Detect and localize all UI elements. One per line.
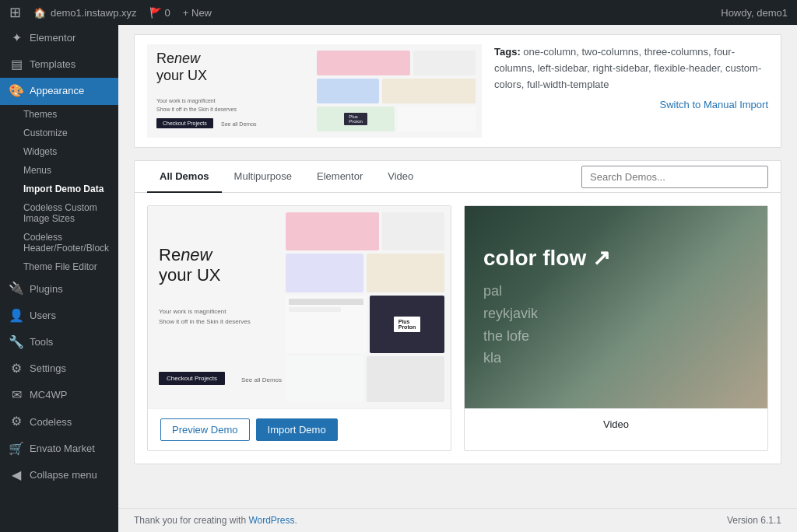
submenu-customize[interactable]: Customize: [0, 124, 118, 142]
wordpress-link[interactable]: WordPress: [248, 515, 294, 526]
home-icon: 🏠: [33, 7, 46, 19]
sidebar-item-appearance[interactable]: 🎨 Appearance: [0, 78, 118, 104]
plugins-icon: 🔌: [9, 282, 23, 296]
color-flow-title: color flow ↗: [483, 245, 749, 271]
collage-see-all: See all Demos: [241, 376, 282, 383]
tab-video[interactable]: Video: [375, 161, 426, 193]
wp-footer: Thank you for creating with WordPress. V…: [118, 508, 797, 532]
sidebar-item-tools[interactable]: 🔧 Tools: [0, 329, 118, 355]
demo-grid: Renew your UX Your work is magnificentSh…: [134, 192, 781, 464]
templates-icon: ▤: [9, 58, 23, 72]
envato-icon: 🛒: [9, 442, 23, 456]
tools-icon: 🔧: [9, 335, 23, 349]
submenu-menus[interactable]: Menus: [0, 161, 118, 180]
elementor-icon: ✦: [9, 31, 23, 45]
submenu-theme-file-editor[interactable]: Theme File Editor: [0, 257, 118, 276]
sidebar-item-settings[interactable]: ⚙ Settings: [0, 355, 118, 382]
submenu-codeless-header-footer-block[interactable]: Codeless Header/Footer/Block: [0, 228, 118, 257]
color-flow-list: pal reykjavik the lofe kla: [483, 280, 749, 369]
sidebar-item-plugins[interactable]: 🔌 Plugins: [0, 276, 118, 303]
sidebar-item-collapse-menu[interactable]: ◀ Collapse menu: [0, 462, 118, 488]
flag-item[interactable]: 🚩 0: [149, 7, 170, 19]
submenu-import-demo-data[interactable]: Import Demo Data: [0, 180, 118, 198]
sidebar-item-codeless[interactable]: ⚙ Codeless: [0, 409, 118, 436]
site-name[interactable]: 🏠 demo1.instawp.xyz: [33, 7, 137, 19]
demo-card-1-actions: Preview Demo Import Demo: [148, 408, 451, 450]
submenu-themes[interactable]: Themes: [0, 105, 118, 124]
demo-card-2-actions: Video: [465, 408, 767, 439]
flag-icon: 🚩: [149, 7, 162, 19]
demo-card-1: Renew your UX Your work is magnificentSh…: [147, 205, 451, 451]
sidebar-item-templates[interactable]: ▤ Templates: [0, 51, 118, 78]
appearance-icon: 🎨: [9, 84, 23, 98]
demo-card-2-preview: color flow ↗ pal reykjavik the lofe kla: [465, 206, 767, 408]
sidebar-item-elementor[interactable]: ✦ Elementor: [0, 25, 118, 51]
tab-multipurpose[interactable]: Multipurpose: [222, 161, 304, 193]
admin-bar: ⊞ 🏠 demo1.instawp.xyz 🚩 0 + New Howdy, d…: [0, 0, 797, 25]
collapse-icon: ◀: [9, 468, 23, 482]
search-demos-input[interactable]: [581, 166, 768, 188]
wp-logo-icon[interactable]: ⊞: [9, 4, 21, 21]
top-section: Renew your UX Your work is magnificentSh…: [134, 34, 781, 148]
sidebar-item-envato-market[interactable]: 🛒 Envato Market: [0, 436, 118, 462]
admin-menu: ✦ Elementor ▤ Templates 🎨 Appearance The…: [0, 25, 118, 532]
sidebar-item-mc4wp[interactable]: ✉ MC4WP: [0, 382, 118, 408]
codeless-icon: ⚙: [9, 415, 23, 429]
collage-btn: Checkout Projects: [159, 372, 225, 385]
sidebar-item-users[interactable]: 👤 Users: [0, 303, 118, 329]
mc4wp-icon: ✉: [9, 388, 23, 402]
submenu-widgets[interactable]: Widgets: [0, 142, 118, 161]
top-tags-info: Tags: one-column, two-columns, three-col…: [494, 44, 768, 110]
switch-to-manual-import-link[interactable]: Switch to Manual Import: [494, 99, 768, 110]
footer-text: Thank you for creating with WordPress.: [134, 515, 297, 526]
users-icon: 👤: [9, 309, 23, 323]
new-item[interactable]: + New: [183, 7, 212, 19]
tab-elementor[interactable]: Elementor: [304, 161, 375, 193]
demo-tabs-bar: All Demos Multipurpose Elementor Video: [134, 160, 781, 192]
tab-all-demos[interactable]: All Demos: [147, 161, 222, 193]
submenu-codeless-custom-image-sizes[interactable]: Codeless Custom Image Sizes: [0, 198, 118, 228]
main-content: Renew your UX Your work is magnificentSh…: [118, 25, 797, 532]
tags-line: Tags: one-column, two-columns, three-col…: [494, 44, 768, 93]
demo-card-1-preview: Renew your UX Your work is magnificentSh…: [148, 206, 451, 408]
import-demo-button-1[interactable]: Import Demo: [256, 418, 338, 441]
settings-icon: ⚙: [9, 362, 23, 376]
howdy-label: Howdy, demo1: [721, 7, 788, 19]
preview-demo-button-1[interactable]: Preview Demo: [160, 418, 250, 441]
demo-card-2: color flow ↗ pal reykjavik the lofe kla: [464, 205, 768, 451]
demo-card-2-label: Video: [477, 418, 755, 430]
version-label: Version 6.1.1: [727, 515, 781, 526]
top-preview-image: Renew your UX Your work is magnificentSh…: [147, 44, 482, 138]
